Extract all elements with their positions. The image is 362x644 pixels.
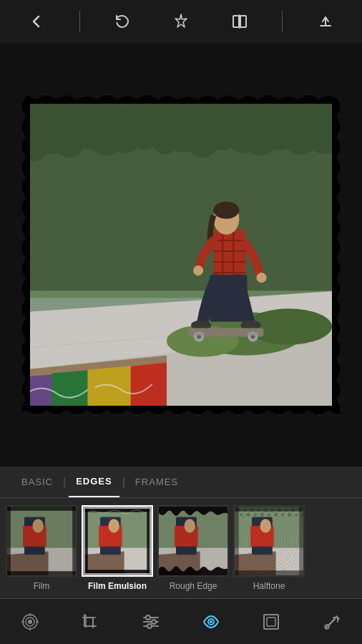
- svg-rect-74: [24, 517, 45, 555]
- thumb-film-label: Film: [34, 581, 50, 591]
- thumb-film-img: [6, 505, 77, 577]
- svg-point-96: [185, 519, 195, 532]
- tab-sep-1: |: [63, 476, 66, 489]
- svg-rect-144: [264, 615, 278, 629]
- svg-rect-1: [240, 16, 246, 27]
- svg-point-110: [285, 509, 288, 512]
- svg-point-116: [260, 513, 264, 517]
- svg-point-114: [247, 513, 250, 517]
- svg-rect-94: [176, 517, 197, 555]
- crop-button[interactable]: [72, 604, 108, 640]
- tab-sep-2: |: [122, 476, 125, 489]
- photo-frame: [13, 87, 349, 423]
- svg-point-109: [278, 508, 281, 512]
- tab-frames[interactable]: FRAMES: [128, 467, 185, 497]
- tab-edges[interactable]: EDGES: [69, 467, 119, 497]
- svg-rect-92: [159, 548, 228, 575]
- svg-rect-85: [99, 526, 122, 547]
- svg-point-112: [298, 509, 301, 512]
- frame-button[interactable]: [253, 604, 289, 640]
- bottom-panel: BASIC | EDGES | FRAMES: [0, 467, 362, 644]
- svg-rect-91: [159, 507, 228, 575]
- svg-rect-123: [235, 507, 303, 512]
- svg-rect-89: [83, 507, 88, 575]
- svg-rect-70: [23, 97, 339, 413]
- svg-point-76: [33, 519, 44, 532]
- share-button[interactable]: [310, 6, 341, 37]
- svg-point-111: [291, 508, 295, 512]
- svg-rect-101: [250, 526, 274, 547]
- thumb-halftone[interactable]: Halftone: [233, 505, 305, 591]
- compare-button[interactable]: [224, 6, 255, 37]
- view-button[interactable]: [193, 604, 229, 640]
- adjust-button[interactable]: [133, 604, 169, 640]
- svg-rect-98: [235, 548, 303, 575]
- svg-rect-0: [233, 16, 239, 27]
- svg-point-118: [274, 513, 278, 517]
- svg-marker-93: [159, 551, 200, 575]
- image-area: [0, 43, 362, 467]
- svg-rect-80: [72, 507, 76, 575]
- svg-point-102: [260, 519, 271, 532]
- svg-point-115: [254, 514, 257, 517]
- bottom-toolbar: [0, 598, 362, 644]
- svg-point-140: [152, 620, 156, 624]
- svg-rect-87: [83, 507, 152, 512]
- photo-scene: [23, 97, 339, 413]
- heal-button[interactable]: [314, 604, 350, 640]
- thumb-halftone-img: [233, 505, 305, 577]
- back-button[interactable]: [21, 6, 52, 37]
- auto-button[interactable]: [165, 6, 197, 37]
- svg-point-113: [240, 514, 243, 517]
- svg-point-105: [250, 508, 254, 512]
- svg-rect-78: [7, 571, 76, 575]
- svg-point-121: [295, 514, 298, 517]
- photo-canvas: [23, 97, 339, 413]
- thumbnails-row: Film: [0, 498, 362, 598]
- effects-button[interactable]: [12, 604, 48, 640]
- divider-1: [79, 11, 80, 32]
- svg-point-117: [268, 514, 270, 517]
- svg-point-139: [146, 615, 150, 620]
- svg-rect-88: [83, 570, 152, 575]
- svg-point-119: [281, 514, 284, 517]
- svg-point-141: [147, 624, 152, 628]
- svg-rect-125: [235, 507, 239, 575]
- svg-point-106: [258, 509, 260, 512]
- svg-point-104: [243, 509, 246, 512]
- svg-point-120: [288, 513, 291, 517]
- svg-rect-82: [83, 548, 152, 575]
- svg-rect-84: [100, 517, 121, 555]
- thumb-rough-img: [157, 505, 229, 577]
- svg-rect-72: [7, 548, 76, 575]
- svg-marker-73: [7, 551, 49, 575]
- svg-rect-145: [267, 618, 275, 626]
- svg-rect-81: [83, 507, 152, 575]
- svg-point-86: [109, 519, 119, 532]
- svg-rect-126: [299, 507, 303, 575]
- thumb-film[interactable]: Film: [6, 505, 77, 591]
- thumb-rough-label: Rough Edge: [170, 581, 217, 591]
- svg-rect-97: [235, 507, 303, 575]
- svg-point-143: [210, 620, 212, 623]
- undo-button[interactable]: [107, 6, 138, 37]
- thumb-rough-edge[interactable]: Rough Edge: [157, 505, 229, 591]
- thumb-emulsion-label: Film Emulsion: [88, 581, 147, 591]
- tab-basic[interactable]: BASIC: [14, 467, 60, 497]
- svg-rect-100: [252, 517, 273, 555]
- svg-rect-75: [23, 526, 47, 547]
- svg-marker-99: [235, 551, 276, 575]
- svg-rect-124: [235, 570, 303, 575]
- svg-rect-95: [175, 526, 198, 547]
- svg-marker-83: [83, 551, 124, 575]
- divider-2: [282, 11, 283, 32]
- svg-point-107: [264, 508, 268, 512]
- tabs-row: BASIC | EDGES | FRAMES: [0, 467, 362, 498]
- svg-point-129: [28, 620, 32, 624]
- thumb-film-emulsion[interactable]: Film Emulsion: [82, 505, 153, 591]
- thumb-emulsion-img: [82, 505, 153, 577]
- photo-inner: [23, 97, 339, 413]
- svg-point-103: [236, 508, 240, 512]
- svg-point-108: [271, 509, 274, 512]
- svg-rect-90: [147, 507, 152, 575]
